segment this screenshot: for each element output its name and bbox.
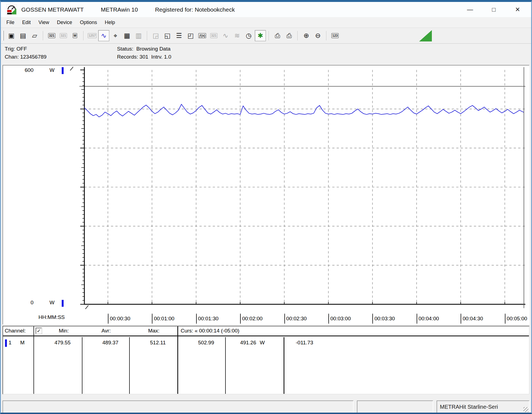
- go-live-triangle-icon[interactable]: [419, 30, 432, 41]
- print-chart-icon[interactable]: ⎙: [272, 30, 283, 41]
- channel-checkbox[interactable]: ✓: [36, 328, 42, 334]
- title-bar: GOSSEN METRAWATT METRAwin 10 Registered …: [1, 2, 531, 17]
- x-tick-00:01:30: 00:01:30: [196, 314, 219, 324]
- stats-table: Channel: Min: Avr: Max: Curs: « 00:00:14…: [2, 326, 530, 394]
- channel-config-icon[interactable]: ☰: [173, 30, 185, 41]
- max-header: Max:: [130, 328, 178, 334]
- save-file-icon[interactable]: ▣: [6, 30, 17, 41]
- maximize-button[interactable]: □: [489, 6, 499, 13]
- annotation-icon[interactable]: 123: [329, 30, 341, 41]
- zoom-out-icon[interactable]: ⊖: [312, 30, 323, 41]
- x-tick-00:00:30: 00:00:30: [108, 314, 130, 324]
- status-label: Status:: [117, 45, 133, 53]
- curve-compare-icon-glyph: ∿: [223, 32, 228, 39]
- histogram-view-icon-glyph: ▥: [136, 32, 142, 39]
- x-tick-00:03:30: 00:03:30: [372, 314, 395, 324]
- toolbar-separator: [326, 31, 327, 40]
- curve-compare-icon[interactable]: ∿: [220, 30, 231, 41]
- x-tick-00:01:00: 00:01:00: [152, 314, 174, 324]
- interval-value: 1.0: [164, 54, 171, 60]
- menu-file[interactable]: File: [2, 19, 18, 27]
- records-value: 301: [139, 54, 148, 60]
- row-cursor-value: 502.99: [178, 340, 214, 346]
- xy-view-icon-glyph: ⌖: [113, 32, 117, 39]
- multi-curve-icon[interactable]: ≋: [232, 30, 243, 41]
- open-file-icon[interactable]: ▱: [29, 30, 40, 41]
- menu-device[interactable]: Device: [53, 19, 76, 27]
- zoom-in-icon[interactable]: ⊕: [301, 30, 312, 41]
- table-view-icon[interactable]: ▦: [121, 30, 133, 41]
- trig-label: Trig:: [5, 45, 15, 53]
- import-device-icon[interactable]: ◱: [162, 30, 173, 41]
- read-device-m-icon-glyph: M: [73, 33, 77, 38]
- disconnect-device-icon[interactable]: 321: [58, 30, 69, 41]
- minimize-button[interactable]: —: [465, 6, 475, 13]
- device-settings-icon-glyph: 321: [210, 33, 217, 38]
- row-channel-num: 1: [9, 340, 12, 346]
- row-unit: W: [260, 340, 265, 346]
- device-settings-icon[interactable]: 321: [208, 30, 219, 41]
- export-device-icon[interactable]: ◲: [150, 30, 161, 41]
- power-chart[interactable]: [68, 67, 529, 319]
- close-button[interactable]: ✕: [513, 6, 522, 13]
- menu-edit[interactable]: Edit: [18, 19, 35, 27]
- numeric-display-icon-glyph: 1257: [88, 33, 97, 38]
- resize-grip[interactable]: [523, 407, 528, 412]
- save-as-icon[interactable]: ▤: [17, 30, 28, 41]
- row-channel-type: M: [20, 340, 25, 346]
- x-axis-name: HH:MM:SS: [38, 314, 65, 320]
- device-name: METRAHit Starline-Seri: [440, 404, 498, 410]
- export-device-icon-glyph: ◲: [153, 32, 159, 39]
- menu-help[interactable]: Help: [101, 19, 119, 27]
- statusbar-panel-1: [2, 400, 354, 413]
- interval-label: Intrv.: [151, 54, 163, 60]
- menu-view[interactable]: View: [35, 19, 53, 27]
- disconnect-device-icon-glyph: 321: [60, 33, 67, 38]
- toolbar-grip[interactable]: [2, 31, 4, 41]
- function-icon-glyph: ƒ(x): [198, 33, 206, 38]
- x-tick-00:05:00: 00:05:00: [505, 314, 527, 324]
- histogram-view-icon[interactable]: ▥: [133, 30, 144, 41]
- row-value2: 491.26: [226, 340, 256, 346]
- annotation-icon-glyph: 123: [331, 33, 339, 38]
- x-tick-00:02:30: 00:02:30: [284, 314, 307, 324]
- time-clock-icon[interactable]: ◷: [243, 30, 254, 41]
- menu-bar: FileEditViewDeviceOptionsHelp: [1, 17, 531, 28]
- records-label: Records:: [117, 53, 138, 61]
- trig-value: OFF: [17, 46, 27, 52]
- chart-view-icon[interactable]: ∿: [98, 30, 109, 41]
- row-max: 512.11: [130, 340, 166, 346]
- xy-view-icon[interactable]: ⌖: [110, 30, 121, 41]
- x-tick-00:03:00: 00:03:00: [328, 314, 351, 324]
- avr-header: Avr:: [82, 328, 130, 334]
- live-record-bug-icon[interactable]: ✱: [255, 30, 266, 41]
- x-tick-00:04:00: 00:04:00: [417, 314, 439, 324]
- read-device-321-icon[interactable]: 321: [46, 30, 57, 41]
- time-clock-icon-glyph: ◷: [246, 32, 252, 39]
- chan-value: 123456789: [20, 54, 46, 60]
- toolbar-separator: [297, 31, 298, 40]
- app-window: GOSSEN METRAWATT METRAwin 10 Registered …: [0, 0, 532, 414]
- save-file-icon-glyph: ▣: [8, 32, 15, 39]
- toolbar: ▣▤▱321321M1257∿⌖▦▥◲◱☰◰ƒ(x)321∿≋◷✱⎙⎙⊕⊖123: [1, 28, 531, 44]
- row-min: 479.55: [34, 340, 71, 346]
- y-max-label: 600: [16, 67, 33, 73]
- function-icon[interactable]: ƒ(x): [197, 30, 208, 41]
- toolbar-separator: [43, 31, 43, 40]
- table-view-icon-glyph: ▦: [124, 32, 130, 39]
- y-min-unit: W: [50, 300, 55, 306]
- monitor-view-icon-glyph: ◰: [188, 32, 194, 39]
- row-delta: -011.73: [296, 340, 313, 346]
- chart-view-icon-glyph: ∿: [101, 32, 107, 39]
- row-avr: 489.37: [82, 340, 118, 346]
- monitor-view-icon[interactable]: ◰: [185, 30, 196, 41]
- numeric-display-icon[interactable]: 1257: [87, 30, 98, 41]
- zoom-out-icon-glyph: ⊖: [315, 32, 321, 39]
- print-report-icon[interactable]: ⎙: [284, 30, 295, 41]
- menu-options[interactable]: Options: [76, 19, 101, 27]
- read-device-m-icon[interactable]: M: [69, 30, 81, 41]
- open-file-icon-glyph: ▱: [32, 32, 37, 39]
- chan-label: Chan:: [5, 53, 19, 61]
- save-as-icon-glyph: ▤: [20, 32, 26, 39]
- chart-panel: 600 W 0 W HH:MM:SS 00:00:3000:01:0000:01…: [2, 65, 530, 325]
